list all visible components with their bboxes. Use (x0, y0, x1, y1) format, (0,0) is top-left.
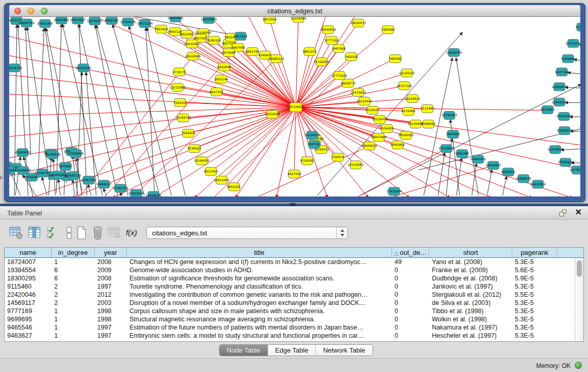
graph-node[interactable]: 16210643 (556, 112, 572, 120)
graph-node[interactable]: 17359928 (68, 149, 84, 158)
graph-node[interactable]: 18938771 (340, 79, 356, 87)
memory-ok-indicator[interactable] (575, 362, 582, 369)
graph-node[interactable]: 12342757 (35, 169, 51, 177)
new-table-button[interactable] (74, 225, 89, 240)
show-column-button[interactable] (27, 225, 42, 240)
graph-node[interactable]: 7963822 (155, 25, 168, 33)
graph-node[interactable]: 12444151 (552, 98, 568, 106)
graph-node[interactable]: 8186328 (207, 36, 221, 45)
graph-node[interactable]: 16913452 (214, 176, 230, 184)
graph-node[interactable]: 19404056 (146, 191, 162, 196)
graph-node[interactable]: 8110647 (366, 106, 380, 115)
graph-node[interactable]: 16461045 (470, 155, 486, 163)
graph-node[interactable]: 7462026 (344, 53, 358, 61)
network-canvas[interactable]: 1872400718300295193845547963822896012889… (9, 17, 580, 196)
table-row[interactable]: 911546021997Tourette syndrome. Phenomeno… (5, 282, 575, 291)
graph-node[interactable]: 10196055 (194, 157, 210, 165)
graph-node[interactable]: 16958107 (96, 180, 112, 188)
graph-node[interactable]: 9975887 (59, 162, 73, 170)
graph-node[interactable]: 23420046 (185, 52, 201, 60)
graph-node[interactable]: 7857223 (234, 32, 248, 40)
graph-node[interactable]: 7485093 (381, 26, 395, 34)
column-header-title[interactable]: title (127, 248, 392, 257)
tab-node-table[interactable]: Node Table (220, 345, 268, 356)
graph-node[interactable]: 18724007 (288, 103, 304, 112)
graph-node[interactable]: 11316205 (314, 58, 330, 66)
graph-node[interactable]: 18032567 (486, 161, 502, 169)
graph-node[interactable]: 12923448 (128, 189, 144, 196)
graph-node[interactable]: 9726055 (300, 157, 314, 165)
graph-node[interactable]: 8427552 (210, 88, 224, 96)
graph-node[interactable]: 7339514 (331, 153, 345, 161)
table-options-button[interactable] (8, 225, 24, 240)
graph-node[interactable]: 15692371 (557, 126, 573, 135)
graph-node[interactable]: 16791923 (442, 111, 458, 119)
graph-node[interactable]: 17915304 (386, 187, 402, 195)
graph-node[interactable]: 8466160 (105, 17, 119, 25)
graph-node[interactable]: 2718176 (172, 68, 186, 76)
graph-node[interactable]: 7524502 (173, 99, 187, 107)
graph-node[interactable]: 15134576 (304, 131, 320, 139)
column-header-short[interactable]: short (429, 248, 512, 257)
graph-node[interactable]: 16033809 (201, 17, 217, 24)
graph-node[interactable]: 9187053 (308, 140, 321, 148)
graph-node[interactable]: 9875685 (222, 49, 236, 57)
graph-node[interactable]: 9115460 (421, 105, 434, 113)
graph-node[interactable]: 9861045 (455, 149, 469, 158)
window-titlebar[interactable]: citations_edges.txt (9, 5, 580, 17)
graph-node[interactable]: 18957964 (371, 133, 387, 141)
graph-node[interactable]: 16671234 (137, 19, 153, 28)
graph-node[interactable]: 8093964 (391, 141, 405, 149)
table-row[interactable]: 1456911722003Disruption of a novel membe… (5, 299, 575, 307)
graph-node[interactable]: 8813054 (263, 17, 277, 24)
table-row[interactable]: 1830029562008Estimation of significance … (5, 274, 575, 282)
graph-node[interactable]: 8912936 (180, 30, 194, 38)
graph-node[interactable]: 16648784 (446, 49, 462, 57)
graph-node[interactable]: 12116055 (348, 161, 364, 169)
table-row[interactable]: 946554611997Estimation of the future num… (5, 323, 575, 332)
graph-node[interactable]: 8215953 (541, 106, 555, 114)
table-selector-dropdown[interactable]: citations_edges.txt (146, 227, 348, 239)
graph-node[interactable]: 16159741 (176, 114, 191, 122)
select-columns-button[interactable] (45, 225, 60, 240)
graph-node[interactable]: 25260650 (15, 148, 31, 157)
column-header-out_de[interactable]: △out_de… (392, 248, 429, 257)
graph-node[interactable]: 11254394 (291, 17, 307, 23)
graph-node[interactable]: 18757165 (397, 82, 412, 90)
graph-node[interactable]: 9815321 (227, 183, 241, 191)
graph-node[interactable]: 9699695 (422, 120, 435, 128)
graph-node[interactable]: 9242848 (217, 63, 231, 71)
graph-node[interactable]: 18549320 (398, 131, 414, 139)
graph-node[interactable]: 9227342 (555, 68, 569, 76)
column-header-pagerank[interactable]: pagerank (512, 248, 557, 257)
graph-node[interactable]: 16193293 (399, 69, 415, 77)
table-row[interactable]: 1938455462009Genome-wide association stu… (5, 266, 575, 274)
graph-node[interactable]: 17771025 (332, 72, 347, 80)
graph-node[interactable]: 24055724 (19, 19, 35, 27)
delete-table-button[interactable] (90, 225, 105, 240)
graph-node[interactable]: 9245012 (502, 168, 515, 176)
scrollbar-thumb[interactable] (577, 260, 582, 277)
graph-node[interactable]: 9777163 (325, 36, 339, 45)
column-header-year[interactable]: year (95, 248, 127, 257)
graph-node[interactable]: 20691406 (37, 19, 53, 28)
table-scrollbar[interactable] (575, 258, 583, 341)
graph-node[interactable]: 20206536 (45, 150, 61, 159)
graph-node[interactable]: 12505135 (66, 171, 81, 180)
graph-node[interactable]: 16488245 (516, 174, 532, 183)
graph-node[interactable]: 16640910 (320, 26, 336, 34)
graph-node[interactable]: 16543382 (184, 40, 200, 48)
graph-node[interactable]: 7624503 (182, 129, 195, 137)
graph-node[interactable]: 8427553 (288, 170, 301, 178)
graph-node[interactable]: 18300295 (265, 110, 280, 118)
graph-node[interactable]: 15276007 (87, 17, 103, 25)
graph-node[interactable]: 16126472 (372, 115, 388, 123)
graph-node[interactable]: 10953287 (70, 17, 86, 24)
graph-node[interactable]: 8854749 (246, 48, 259, 56)
graph-node[interactable]: 10719135 (120, 18, 136, 26)
panel-collapse-arrow-icon[interactable] (0, 175, 3, 180)
graph-node[interactable]: 12093872 (552, 83, 568, 91)
table-row[interactable]: 946362711997Embryonic stem cells: a mode… (5, 332, 575, 340)
graph-node[interactable]: 18043091 (168, 17, 184, 22)
column-header-in_degree[interactable]: in_degree (52, 248, 95, 257)
